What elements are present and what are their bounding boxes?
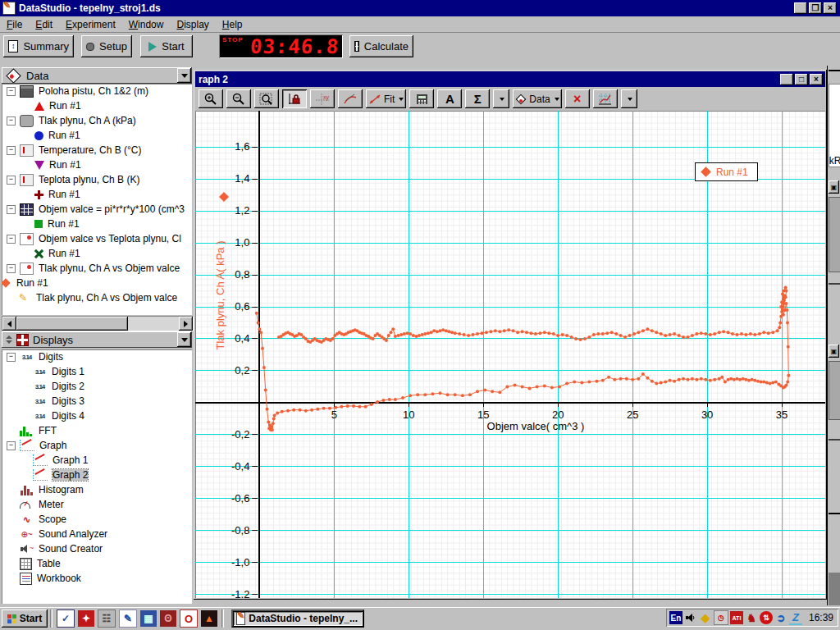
quicklaunch-calculator-icon[interactable]: ▦ — [140, 610, 157, 627]
graph-settings-dropdown-button[interactable] — [621, 89, 637, 108]
data-item[interactable]: −Objem valce vs Teplota plynu, Cl — [2, 231, 192, 246]
data-item[interactable]: −Tlak plynu, Ch A (kPa) — [2, 113, 192, 128]
expand-toggle[interactable]: − — [7, 87, 16, 96]
menu-window[interactable]: Window — [122, 17, 171, 32]
tray-alert-icon[interactable]: ⇅ — [760, 611, 773, 624]
display-item-table[interactable]: Table — [2, 556, 192, 571]
data-panel-header[interactable]: Data — [2, 67, 192, 84]
display-item-graph-1[interactable]: Graph 1 — [2, 453, 192, 468]
summary-button[interactable]: ↕ Summary — [3, 35, 74, 57]
data-item[interactable]: −Temperature, Ch B (°C) — [2, 143, 192, 158]
data-item[interactable]: ✎Tlak plynu, Ch A vs Objem valce — [2, 290, 192, 305]
display-item-meter[interactable]: Meter — [2, 497, 192, 512]
statistics-dropdown-button[interactable] — [493, 89, 509, 108]
display-item-graph-2[interactable]: Graph 2 — [2, 468, 192, 482]
calculate-button[interactable]: Calculate — [349, 35, 413, 57]
menu-display[interactable]: Display — [170, 17, 215, 32]
graph-window-titlebar[interactable]: raph 2 _ □ × — [195, 71, 825, 87]
graph-close-button[interactable]: × — [810, 74, 823, 85]
data-item[interactable]: −Objem valce = pi*r*r*y*100 (cm^3 — [2, 202, 192, 217]
tray-z-icon[interactable]: Z — [789, 610, 802, 625]
run-item[interactable]: Run #1 — [2, 128, 192, 143]
display-item-sound-analyzer[interactable]: ⊕~Sound Analyzer — [2, 527, 192, 541]
menu-file[interactable]: File — [0, 17, 29, 32]
graph-maximize-button[interactable]: □ — [795, 74, 808, 85]
menu-help[interactable]: Help — [216, 17, 249, 32]
display-item-digits-1[interactable]: 3.14Digits 1 — [2, 364, 192, 379]
quicklaunch-icon-1[interactable]: ✓ — [57, 609, 75, 628]
menu-experiment[interactable]: Experiment — [59, 17, 122, 32]
expand-toggle[interactable]: − — [7, 441, 16, 450]
expand-toggle[interactable]: − — [7, 264, 16, 273]
run-item[interactable]: Run #1 — [2, 246, 192, 261]
graph-calculate-button[interactable] — [409, 89, 434, 108]
scroll-right-button[interactable] — [179, 317, 193, 331]
graph-minimize-button[interactable]: _ — [780, 74, 793, 85]
statistics-button[interactable]: Σ — [465, 89, 490, 108]
legend[interactable]: Run #1 — [695, 162, 758, 181]
data-tree-hscrollbar[interactable] — [2, 316, 194, 331]
zoom-in-button[interactable] — [199, 89, 223, 108]
split-pane-icon[interactable] — [5, 336, 12, 344]
text-annotation-button[interactable]: A — [437, 89, 462, 108]
tray-agent-icon[interactable]: ♞ — [745, 611, 758, 624]
tray-ati-icon[interactable]: ATI — [730, 611, 743, 624]
scroll-left-button[interactable] — [2, 317, 16, 331]
slope-tool-button[interactable] — [338, 89, 363, 108]
display-item-workbook[interactable]: Workbook — [2, 571, 192, 586]
setup-button[interactable]: Setup — [81, 35, 132, 57]
data-dropdown-button[interactable] — [177, 68, 191, 83]
run-item[interactable]: Run #1 — [2, 276, 192, 290]
display-item-digits-4[interactable]: 3.14Digits 4 — [2, 409, 192, 423]
data-item[interactable]: −Tlak plynu, Ch A vs Objem valce — [2, 261, 192, 276]
plot-area[interactable]: 1,61,41,21,00,80,60,40,2-0,2-0,4-0,6-0,8… — [195, 111, 825, 598]
data-dropdown-button[interactable]: Data — [513, 89, 561, 108]
tray-scheduler-icon[interactable]: ◷ — [714, 610, 728, 625]
scale-to-fit-button[interactable] — [282, 89, 307, 108]
graph-settings-button[interactable] — [593, 89, 618, 108]
display-item-digits[interactable]: −3.14Digits — [2, 349, 192, 364]
remove-button[interactable]: × — [565, 89, 590, 108]
quicklaunch-icon-3[interactable]: ☷ — [98, 609, 116, 628]
expand-toggle[interactable]: − — [7, 353, 16, 362]
start-menu-button[interactable]: Start — [2, 609, 48, 628]
display-item-graph[interactable]: −Graph — [2, 438, 192, 453]
displays-dropdown-button[interactable] — [177, 332, 191, 347]
expand-toggle[interactable]: − — [7, 116, 16, 126]
task-button-datastudio[interactable]: DataStudio - tepelny_... — [231, 609, 364, 628]
expand-toggle[interactable]: − — [7, 205, 16, 214]
tray-diamond-icon[interactable]: ◆ — [699, 611, 712, 624]
display-item-sound-creator[interactable]: ~Sound Creator — [2, 541, 192, 556]
run-item[interactable]: Run #1 — [2, 158, 192, 172]
zoom-out-button[interactable] — [226, 89, 251, 108]
display-item-digits-3[interactable]: 3.14Digits 3 — [2, 394, 192, 409]
scroll-thumb[interactable] — [16, 317, 128, 331]
display-item-histogram[interactable]: Histogram — [2, 482, 192, 497]
expand-toggle[interactable]: − — [7, 176, 16, 185]
display-item-fft[interactable]: FFT — [2, 423, 192, 438]
quicklaunch-opera-icon[interactable]: O — [180, 609, 198, 628]
tray-sync-icon[interactable]: ➲ — [774, 611, 788, 624]
menu-edit[interactable]: Edit — [29, 17, 59, 32]
expand-toggle[interactable]: − — [7, 146, 16, 155]
display-item-scope[interactable]: ∿Scope — [2, 512, 192, 527]
zoom-select-button[interactable] — [254, 89, 279, 108]
quicklaunch-pen-icon[interactable]: ✎ — [119, 609, 137, 628]
smart-tool-button[interactable]: xy — [310, 89, 335, 108]
minimize-button[interactable]: _ — [794, 2, 807, 14]
volume-icon[interactable] — [684, 611, 697, 624]
run-item[interactable]: Run #1 — [2, 98, 192, 113]
language-indicator[interactable]: En — [669, 611, 682, 624]
clock[interactable]: 16:39 — [809, 612, 833, 623]
quicklaunch-icon-6[interactable]: ʘ — [160, 610, 176, 627]
close-button[interactable]: × — [824, 2, 837, 14]
data-item[interactable]: −Poloha pistu, Ch 1&2 (m) — [2, 84, 192, 98]
fit-dropdown-button[interactable]: Fit — [366, 89, 406, 108]
run-item[interactable]: Run #1 — [2, 187, 192, 202]
data-item[interactable]: −Teplota plynu, Ch B (K) — [2, 172, 192, 187]
quicklaunch-flame-icon[interactable]: ▲ — [201, 610, 217, 627]
run-item[interactable]: Run #1 — [2, 217, 192, 231]
displays-panel-header[interactable]: Displays — [2, 331, 192, 348]
display-item-digits-2[interactable]: 3.14Digits 2 — [2, 379, 192, 394]
quicklaunch-acrobat-icon[interactable]: ✦ — [78, 610, 94, 627]
